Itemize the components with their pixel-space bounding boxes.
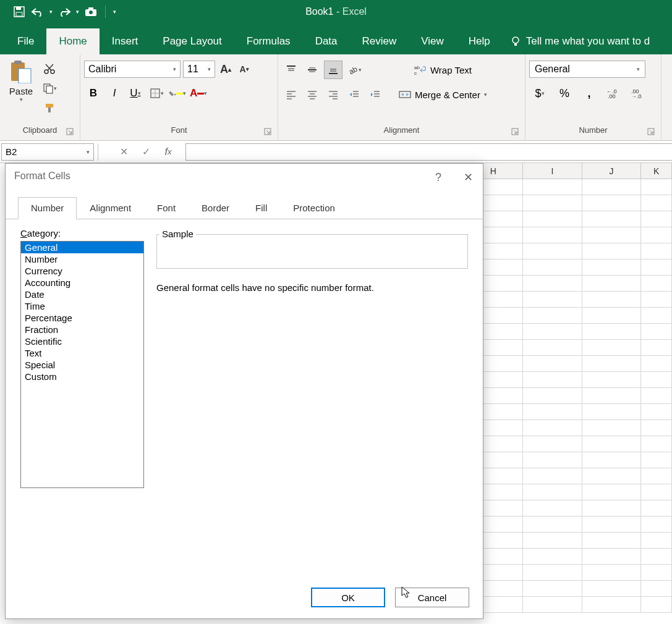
cell[interactable]	[582, 484, 642, 500]
camera-icon[interactable]	[84, 5, 98, 19]
cell[interactable]	[582, 388, 642, 404]
paste-dropdown-icon[interactable]: ▾	[20, 96, 23, 103]
category-item[interactable]: Custom	[21, 371, 143, 382]
align-center-button[interactable]	[303, 85, 321, 104]
cell[interactable]	[582, 597, 642, 613]
cut-button[interactable]	[41, 61, 58, 77]
clipboard-launcher-icon[interactable]	[66, 128, 75, 137]
cell[interactable]	[582, 276, 642, 292]
cell[interactable]	[641, 484, 672, 500]
category-item[interactable]: Text	[21, 347, 143, 359]
alignment-launcher-icon[interactable]	[511, 128, 520, 137]
formula-input[interactable]	[185, 143, 672, 161]
increase-font-button[interactable]: A▴	[218, 61, 234, 77]
cell[interactable]	[641, 565, 672, 581]
cell[interactable]	[641, 549, 672, 565]
cell[interactable]	[523, 420, 582, 436]
category-item[interactable]: Scientific	[21, 335, 143, 347]
cell[interactable]	[523, 276, 582, 292]
number-format-select[interactable]: General ▾	[529, 61, 645, 78]
category-item[interactable]: Date	[21, 289, 143, 300]
align-top-button[interactable]	[282, 61, 300, 79]
cell[interactable]	[641, 468, 672, 484]
underline-button[interactable]: U ▾	[126, 84, 145, 103]
cell[interactable]	[523, 581, 582, 597]
cell[interactable]	[641, 356, 672, 372]
cell[interactable]	[641, 324, 672, 340]
cell[interactable]	[523, 565, 582, 581]
cell[interactable]	[582, 243, 642, 259]
category-item[interactable]: Percentage	[21, 312, 143, 324]
tab-data[interactable]: Data	[303, 28, 350, 54]
tab-fill[interactable]: Fill	[242, 197, 280, 219]
cell[interactable]	[523, 452, 582, 468]
insert-function-button[interactable]: fx	[161, 145, 176, 159]
undo-dropdown-icon[interactable]: ▾	[49, 9, 53, 15]
category-item[interactable]: Fraction	[21, 324, 143, 335]
cell[interactable]	[523, 388, 582, 404]
cell[interactable]	[582, 179, 642, 195]
cell[interactable]	[523, 308, 582, 324]
borders-button[interactable]: ▾	[147, 84, 166, 103]
fill-color-button[interactable]: ▾	[168, 84, 187, 103]
cell[interactable]	[582, 308, 642, 324]
cell[interactable]	[523, 436, 582, 452]
cell[interactable]	[641, 597, 672, 613]
orientation-button[interactable]: ab▾	[345, 61, 364, 79]
cell[interactable]	[523, 179, 582, 195]
decrease-font-button[interactable]: A▾	[236, 61, 252, 77]
align-left-button[interactable]	[282, 85, 300, 104]
cell[interactable]	[523, 404, 582, 420]
cell[interactable]	[641, 452, 672, 468]
cell[interactable]	[523, 227, 582, 243]
column-header[interactable]: I	[523, 163, 582, 179]
font-size-select[interactable]: 11▾	[183, 61, 215, 78]
cell[interactable]	[582, 356, 642, 372]
cell[interactable]	[641, 292, 672, 308]
cell[interactable]	[641, 436, 672, 452]
cell[interactable]	[582, 292, 642, 308]
cell[interactable]	[523, 549, 582, 565]
cell[interactable]	[523, 292, 582, 308]
align-middle-button[interactable]	[303, 61, 321, 79]
column-header[interactable]: J	[582, 163, 642, 179]
category-item[interactable]: Accounting	[21, 277, 143, 289]
cell[interactable]	[582, 468, 642, 484]
cell[interactable]	[523, 533, 582, 549]
tell-me-search[interactable]: Tell me what you want to d	[503, 28, 657, 54]
category-item[interactable]: Special	[21, 359, 143, 371]
cell[interactable]	[641, 340, 672, 356]
undo-icon[interactable]	[31, 5, 45, 19]
category-item[interactable]: Number	[21, 253, 143, 265]
tab-protection[interactable]: Protection	[280, 197, 348, 219]
currency-button[interactable]: $ ▾	[529, 84, 550, 103]
cell[interactable]	[523, 340, 582, 356]
cell[interactable]	[582, 436, 642, 452]
cell[interactable]	[523, 356, 582, 372]
qat-customize-icon[interactable]: ▾	[113, 9, 116, 15]
italic-button[interactable]: I	[105, 84, 124, 103]
cell[interactable]	[641, 581, 672, 597]
decrease-indent-button[interactable]	[345, 85, 364, 104]
cell[interactable]	[523, 500, 582, 516]
category-item[interactable]: Time	[21, 300, 143, 312]
cell[interactable]	[641, 211, 672, 227]
category-item[interactable]: Currency	[21, 265, 143, 277]
cell[interactable]	[641, 259, 672, 276]
tab-insert[interactable]: Insert	[100, 28, 151, 54]
cell[interactable]	[582, 324, 642, 340]
cell[interactable]	[523, 259, 582, 276]
cell[interactable]	[641, 243, 672, 259]
cell[interactable]	[523, 211, 582, 227]
cell[interactable]	[582, 533, 642, 549]
font-launcher-icon[interactable]	[264, 128, 273, 137]
increase-decimal-button[interactable]: ←.0.00	[603, 84, 624, 103]
font-color-button[interactable]: A▾	[189, 84, 208, 103]
cell[interactable]	[523, 484, 582, 500]
ok-button[interactable]: OK	[311, 588, 385, 607]
cell[interactable]	[523, 597, 582, 613]
percent-button[interactable]: %	[554, 84, 575, 103]
paste-button[interactable]: Paste ▾	[4, 57, 38, 103]
comma-style-button[interactable]: ,	[579, 84, 600, 103]
wrap-text-button[interactable]: abc Wrap Text	[394, 61, 491, 79]
